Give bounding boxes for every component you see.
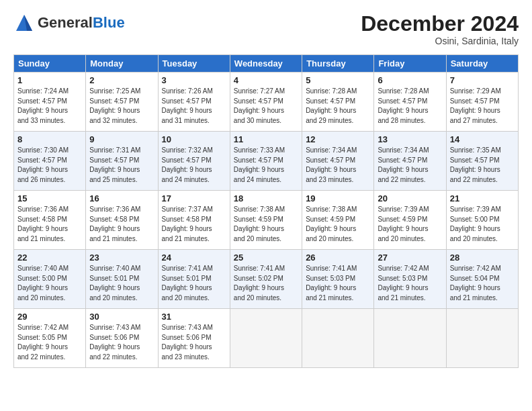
day-number: 22: [17, 253, 82, 263]
day-number: 23: [89, 253, 154, 263]
calendar-week-row: 29Sunrise: 7:42 AM Sunset: 5:05 PM Dayli…: [14, 309, 519, 368]
logo-icon: [13, 12, 35, 34]
day-info: Sunrise: 7:27 AM Sunset: 4:57 PM Dayligh…: [234, 87, 298, 126]
day-info: Sunrise: 7:28 AM Sunset: 4:57 PM Dayligh…: [306, 87, 370, 126]
weekday-header-tuesday: Tuesday: [158, 55, 230, 73]
day-info: Sunrise: 7:25 AM Sunset: 4:57 PM Dayligh…: [89, 87, 154, 126]
calendar-cell: [302, 309, 374, 368]
day-info: Sunrise: 7:36 AM Sunset: 4:58 PM Dayligh…: [89, 205, 154, 244]
day-number: 31: [162, 312, 226, 322]
calendar-cell: 21Sunrise: 7:39 AM Sunset: 5:00 PM Dayli…: [446, 191, 518, 250]
day-info: Sunrise: 7:37 AM Sunset: 4:58 PM Dayligh…: [162, 205, 226, 244]
calendar-cell: 3Sunrise: 7:26 AM Sunset: 4:57 PM Daylig…: [158, 73, 230, 132]
day-info: Sunrise: 7:35 AM Sunset: 4:57 PM Dayligh…: [450, 146, 515, 185]
day-info: Sunrise: 7:40 AM Sunset: 5:01 PM Dayligh…: [89, 264, 154, 303]
calendar-cell: 17Sunrise: 7:37 AM Sunset: 4:58 PM Dayli…: [158, 191, 230, 250]
day-number: 2: [89, 75, 154, 85]
calendar-cell: 11Sunrise: 7:33 AM Sunset: 4:57 PM Dayli…: [230, 132, 302, 191]
calendar-cell: [446, 309, 518, 368]
day-info: Sunrise: 7:40 AM Sunset: 5:00 PM Dayligh…: [17, 264, 82, 303]
weekday-header-thursday: Thursday: [302, 55, 374, 73]
calendar-cell: 4Sunrise: 7:27 AM Sunset: 4:57 PM Daylig…: [230, 73, 302, 132]
day-number: 21: [450, 193, 515, 203]
day-info: Sunrise: 7:41 AM Sunset: 5:02 PM Dayligh…: [234, 264, 298, 303]
calendar-cell: 15Sunrise: 7:36 AM Sunset: 4:58 PM Dayli…: [14, 191, 86, 250]
day-number: 14: [450, 134, 515, 144]
day-number: 7: [450, 75, 515, 85]
calendar-cell: 27Sunrise: 7:42 AM Sunset: 5:03 PM Dayli…: [374, 250, 446, 309]
day-info: Sunrise: 7:26 AM Sunset: 4:57 PM Dayligh…: [162, 87, 226, 126]
calendar-cell: 14Sunrise: 7:35 AM Sunset: 4:57 PM Dayli…: [446, 132, 518, 191]
header: GeneralBlue December 2024 Osini, Sardini…: [13, 12, 519, 46]
day-number: 12: [306, 134, 370, 144]
weekday-header-monday: Monday: [86, 55, 158, 73]
calendar-cell: 2Sunrise: 7:25 AM Sunset: 4:57 PM Daylig…: [86, 73, 158, 132]
day-info: Sunrise: 7:24 AM Sunset: 4:57 PM Dayligh…: [17, 87, 82, 126]
day-number: 18: [234, 193, 298, 203]
calendar-week-row: 22Sunrise: 7:40 AM Sunset: 5:00 PM Dayli…: [14, 250, 519, 309]
calendar-cell: 1Sunrise: 7:24 AM Sunset: 4:57 PM Daylig…: [14, 73, 86, 132]
calendar-cell: [230, 309, 302, 368]
day-number: 27: [378, 253, 442, 263]
day-number: 30: [89, 312, 154, 322]
day-number: 6: [378, 75, 442, 85]
calendar-week-row: 1Sunrise: 7:24 AM Sunset: 4:57 PM Daylig…: [14, 73, 519, 132]
day-info: Sunrise: 7:41 AM Sunset: 5:01 PM Dayligh…: [162, 264, 226, 303]
day-info: Sunrise: 7:36 AM Sunset: 4:58 PM Dayligh…: [17, 205, 82, 244]
day-info: Sunrise: 7:31 AM Sunset: 4:57 PM Dayligh…: [89, 146, 154, 185]
page: GeneralBlue December 2024 Osini, Sardini…: [0, 0, 532, 375]
calendar-cell: 28Sunrise: 7:42 AM Sunset: 5:04 PM Dayli…: [446, 250, 518, 309]
calendar-cell: 16Sunrise: 7:36 AM Sunset: 4:58 PM Dayli…: [86, 191, 158, 250]
calendar-cell: 12Sunrise: 7:34 AM Sunset: 4:57 PM Dayli…: [302, 132, 374, 191]
day-number: 19: [306, 193, 370, 203]
calendar-cell: 23Sunrise: 7:40 AM Sunset: 5:01 PM Dayli…: [86, 250, 158, 309]
calendar-week-row: 8Sunrise: 7:30 AM Sunset: 4:57 PM Daylig…: [14, 132, 519, 191]
day-number: 16: [89, 193, 154, 203]
day-number: 10: [162, 134, 226, 144]
calendar-cell: 30Sunrise: 7:43 AM Sunset: 5:06 PM Dayli…: [86, 309, 158, 368]
day-info: Sunrise: 7:32 AM Sunset: 4:57 PM Dayligh…: [162, 146, 226, 185]
weekday-header-wednesday: Wednesday: [230, 55, 302, 73]
weekday-header-sunday: Sunday: [14, 55, 86, 73]
title-block: December 2024 Osini, Sardinia, Italy: [361, 12, 519, 46]
day-info: Sunrise: 7:39 AM Sunset: 5:00 PM Dayligh…: [450, 205, 515, 244]
day-number: 28: [450, 253, 515, 263]
month-year: December 2024: [361, 12, 519, 36]
day-info: Sunrise: 7:39 AM Sunset: 4:59 PM Dayligh…: [378, 205, 442, 244]
calendar-cell: 31Sunrise: 7:43 AM Sunset: 5:06 PM Dayli…: [158, 309, 230, 368]
day-info: Sunrise: 7:38 AM Sunset: 4:59 PM Dayligh…: [306, 205, 370, 244]
day-number: 20: [378, 193, 442, 203]
day-number: 25: [234, 253, 298, 263]
calendar-cell: 6Sunrise: 7:28 AM Sunset: 4:57 PM Daylig…: [374, 73, 446, 132]
logo: GeneralBlue: [13, 12, 125, 34]
calendar-cell: 19Sunrise: 7:38 AM Sunset: 4:59 PM Dayli…: [302, 191, 374, 250]
day-info: Sunrise: 7:43 AM Sunset: 5:06 PM Dayligh…: [89, 323, 154, 362]
day-info: Sunrise: 7:28 AM Sunset: 4:57 PM Dayligh…: [378, 87, 442, 126]
calendar-cell: 20Sunrise: 7:39 AM Sunset: 4:59 PM Dayli…: [374, 191, 446, 250]
day-info: Sunrise: 7:41 AM Sunset: 5:03 PM Dayligh…: [306, 264, 370, 303]
day-number: 3: [162, 75, 226, 85]
day-number: 15: [17, 193, 82, 203]
weekday-header-friday: Friday: [374, 55, 446, 73]
calendar-week-row: 15Sunrise: 7:36 AM Sunset: 4:58 PM Dayli…: [14, 191, 519, 250]
day-info: Sunrise: 7:42 AM Sunset: 5:03 PM Dayligh…: [378, 264, 442, 303]
calendar-cell: [374, 309, 446, 368]
day-number: 11: [234, 134, 298, 144]
calendar-cell: 7Sunrise: 7:29 AM Sunset: 4:57 PM Daylig…: [446, 73, 518, 132]
day-info: Sunrise: 7:34 AM Sunset: 4:57 PM Dayligh…: [306, 146, 370, 185]
day-info: Sunrise: 7:42 AM Sunset: 5:05 PM Dayligh…: [17, 323, 82, 362]
day-info: Sunrise: 7:33 AM Sunset: 4:57 PM Dayligh…: [234, 146, 298, 185]
day-number: 5: [306, 75, 370, 85]
calendar-cell: 9Sunrise: 7:31 AM Sunset: 4:57 PM Daylig…: [86, 132, 158, 191]
day-number: 8: [17, 134, 82, 144]
calendar-cell: 10Sunrise: 7:32 AM Sunset: 4:57 PM Dayli…: [158, 132, 230, 191]
calendar-cell: 13Sunrise: 7:34 AM Sunset: 4:57 PM Dayli…: [374, 132, 446, 191]
calendar-cell: 26Sunrise: 7:41 AM Sunset: 5:03 PM Dayli…: [302, 250, 374, 309]
day-number: 29: [17, 312, 82, 322]
day-number: 1: [17, 75, 82, 85]
day-info: Sunrise: 7:34 AM Sunset: 4:57 PM Dayligh…: [378, 146, 442, 185]
calendar-cell: 29Sunrise: 7:42 AM Sunset: 5:05 PM Dayli…: [14, 309, 86, 368]
weekday-header-row: SundayMondayTuesdayWednesdayThursdayFrid…: [14, 55, 519, 73]
day-number: 26: [306, 253, 370, 263]
day-number: 17: [162, 193, 226, 203]
